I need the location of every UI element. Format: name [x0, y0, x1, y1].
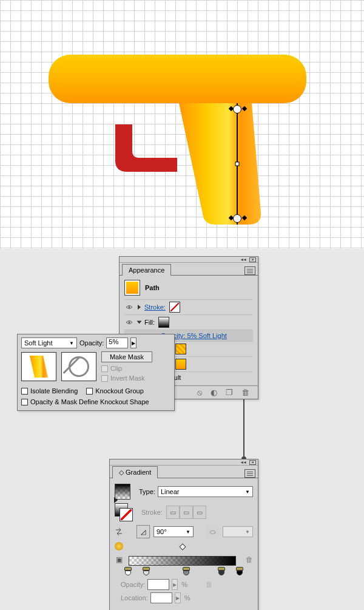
artwork-thumb[interactable]	[21, 352, 56, 381]
stop-opacity-label: Opacity:	[121, 581, 145, 588]
panel-menu-icon[interactable]	[244, 266, 255, 275]
dropdown-icon: ▼	[245, 489, 250, 495]
knockout-checkbox[interactable]	[86, 388, 93, 395]
no-mask-icon	[69, 356, 89, 377]
trash-icon[interactable]: 🗑	[241, 388, 249, 397]
location-step-icon: ▶	[175, 592, 181, 603]
type-value: Linear	[161, 488, 180, 495]
gradient-type-icon[interactable]	[115, 542, 123, 551]
knockout-label: Knockout Group	[95, 387, 144, 395]
gradient-stop-1[interactable]	[124, 567, 132, 574]
opacity-input[interactable]: 5%	[106, 337, 128, 348]
stop-location-input[interactable]	[150, 592, 172, 603]
gradient-preview[interactable]	[115, 484, 130, 500]
type-select[interactable]: Linear ▼	[158, 486, 253, 497]
expand-icon[interactable]	[138, 305, 141, 310]
gradient-panel: ◄◄ × ◇ Gradient Type: Linear ▼	[109, 459, 258, 610]
gradient-stop-3[interactable]	[183, 567, 190, 574]
type-label: Type:	[139, 488, 155, 495]
isolate-checkbox[interactable]	[21, 388, 28, 395]
angle-value: 90°	[157, 528, 167, 535]
close-icon[interactable]: ×	[249, 460, 256, 465]
gradient-slider[interactable]	[129, 556, 236, 566]
opacity-step-icon: ▶	[172, 579, 178, 590]
panel-topbar: ◄◄ ×	[120, 257, 258, 263]
opacity-step-icon[interactable]: ▶	[130, 337, 136, 348]
reverse-icon[interactable]	[115, 527, 123, 536]
close-icon[interactable]: ×	[249, 257, 256, 262]
stop-location-label: Location:	[121, 594, 148, 602]
aspect-icon: ⬭	[206, 525, 219, 538]
fill-swatch-2[interactable]	[175, 359, 186, 370]
collapse-arrows-icon[interactable]: ◄◄	[240, 460, 246, 464]
dropdown-icon: ▼	[69, 341, 74, 346]
gradient-stop-5[interactable]	[236, 567, 243, 574]
duplicate-icon[interactable]: ❐	[226, 388, 233, 397]
svg-rect-0	[49, 55, 306, 103]
object-thumbnail	[124, 280, 140, 296]
svg-point-9	[129, 307, 130, 308]
opacity-label: Opacity:	[79, 339, 104, 347]
blend-mode-select[interactable]: Soft Light ▼	[21, 337, 77, 348]
tab-row: Appearance	[120, 263, 258, 275]
angle-input[interactable]: 90° ▼	[153, 526, 194, 537]
invert-mask-label: Invert Mask	[110, 374, 145, 382]
clip-label: Clip	[110, 365, 122, 372]
visibility-icon[interactable]	[124, 318, 134, 327]
invert-mask-checkbox	[101, 375, 108, 382]
fill-swatch-1[interactable]	[175, 344, 186, 354]
stroke-swatch[interactable]	[169, 302, 180, 313]
artwork[interactable]	[36, 33, 322, 234]
stroke-box[interactable]	[120, 508, 133, 521]
stroke-label[interactable]: Stroke:	[144, 303, 166, 311]
mask-define-checkbox[interactable]	[21, 399, 28, 405]
slider-trash-icon[interactable]: 🗑	[246, 555, 253, 564]
tab-gradient[interactable]: ◇ Gradient	[112, 466, 158, 478]
stroke-label: Stroke:	[141, 509, 163, 516]
stroke-align-2-icon: ▭	[180, 506, 193, 519]
gradient-stop-2[interactable]	[143, 567, 150, 574]
svg-rect-8	[235, 162, 239, 166]
isolate-label: Isolate Blending	[30, 387, 78, 395]
aspect-input: ▼	[223, 526, 253, 537]
svg-point-10	[129, 322, 130, 324]
stroke-align-1-icon: ▭	[166, 506, 180, 519]
visibility-icon[interactable]	[124, 303, 134, 311]
canvas[interactable]	[0, 0, 364, 249]
clip-checkbox	[101, 365, 108, 372]
stroke-row[interactable]: Stroke:	[124, 299, 253, 314]
mask-define-label: Opacity & Mask Define Knockout Shape	[30, 398, 149, 405]
collapse-arrows-icon[interactable]: ◄◄	[240, 257, 246, 262]
stop-opacity-input[interactable]	[147, 579, 169, 590]
object-type-label: Path	[145, 284, 160, 291]
panel-topbar: ◄◄ ×	[110, 459, 258, 466]
transparency-panel: Soft Light ▼ Opacity: 5% ▶ Make Mask Cli…	[17, 334, 175, 411]
expand-icon[interactable]	[137, 321, 142, 324]
svg-point-5	[234, 215, 241, 223]
angle-icon: ◿	[136, 525, 150, 538]
tab-row: ◇ Gradient	[110, 466, 258, 478]
svg-point-2	[234, 106, 241, 114]
make-mask-button[interactable]: Make Mask	[101, 351, 152, 362]
mask-thumb[interactable]	[61, 352, 96, 381]
fill-swatch[interactable]	[158, 317, 169, 328]
stop-trash-icon: 🗑	[206, 580, 213, 589]
tab-appearance[interactable]: Appearance	[122, 264, 171, 276]
fill-label: Fill:	[144, 319, 155, 326]
dropdown-icon: ▼	[186, 529, 190, 535]
panel-menu-icon[interactable]	[244, 469, 255, 478]
panels-area: ◄◄ × Appearance Path Stroke: Fill:	[0, 249, 364, 610]
no-icon[interactable]: ⦸	[197, 388, 202, 398]
stroke-align-3-icon: ▭	[193, 506, 206, 519]
new-effect-icon[interactable]: ◐	[211, 388, 217, 397]
fill-stroke-selector[interactable]	[115, 503, 133, 521]
gradient-stop-4[interactable]	[218, 567, 225, 574]
fill-row[interactable]: Fill:	[124, 314, 253, 330]
slider-left-icon[interactable]: ▣	[116, 555, 123, 564]
blend-mode-value: Soft Light	[24, 339, 52, 347]
